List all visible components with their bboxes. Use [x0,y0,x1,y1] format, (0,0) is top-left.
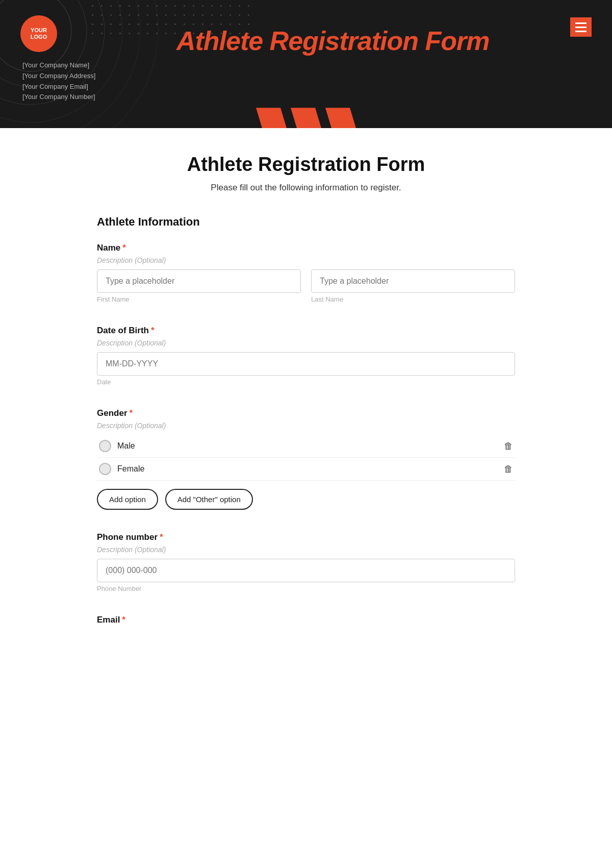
company-email: [Your Company Email] [22,82,95,92]
dob-sublabel: Date [97,378,515,386]
company-number: [Your Company Number] [22,92,95,103]
last-name-input[interactable] [311,269,515,293]
dob-input[interactable] [97,352,515,376]
field-group-email: Email * [97,615,515,625]
chevron-3 [325,108,356,128]
delete-female-icon[interactable]: 🗑 [504,464,513,475]
company-info: [Your Company Name] [Your Company Addres… [22,60,95,103]
required-star-dob: * [151,326,155,336]
section-title: Athlete Information [97,215,515,229]
field-desc-name: Description (Optional) [97,256,515,264]
required-star-phone: * [160,532,163,542]
required-star-name: * [122,243,126,253]
logo-area: YOUR LOGO [Your Company Name] [Your Comp… [20,15,95,103]
first-name-sublabel: First Name [97,295,301,303]
radio-option-male: Male 🗑 [97,435,515,458]
page-header: // Generate dots inline via JS below YOU… [0,0,612,128]
first-name-wrapper: First Name [97,269,301,303]
first-name-input[interactable] [97,269,301,293]
add-other-option-button[interactable]: Add "Other" option [165,489,253,510]
header-bottom-bar [20,103,592,128]
radio-label-female: Female [117,464,144,474]
field-group-phone: Phone number * Description (Optional) Ph… [97,532,515,592]
phone-sublabel: Phone Number [97,585,515,592]
gender-add-buttons-row: Add option Add "Other" option [97,489,515,510]
hamburger-button[interactable] [570,17,592,37]
field-group-name: Name * Description (Optional) First Name… [97,243,515,303]
header-title: Athlete Registration Form [176,26,490,56]
last-name-wrapper: Last Name [311,269,515,303]
form-main-title: Athlete Registration Form [97,154,515,176]
radio-option-female: Female 🗑 [97,458,515,481]
field-label-email: Email * [97,615,515,625]
hamburger-line-2 [575,27,586,28]
hamburger-line-3 [575,31,586,32]
company-address: [Your Company Address] [22,71,95,82]
header-title-area: Athlete Registration Form [95,15,570,56]
last-name-sublabel: Last Name [311,295,515,303]
form-subtitle: Please fill out the following informatio… [97,183,515,193]
chevron-2 [291,108,321,128]
logo-subtext: LOGO [31,34,47,40]
required-star-email: * [122,615,125,625]
field-group-gender: Gender * Description (Optional) Male 🗑 F… [97,408,515,510]
phone-input[interactable] [97,559,515,582]
field-group-dob: Date of Birth * Description (Optional) D… [97,326,515,386]
radio-circle-male[interactable] [99,440,111,452]
logo-circle: YOUR LOGO [20,15,57,52]
company-name: [Your Company Name] [22,60,95,71]
name-input-row: First Name Last Name [97,269,515,303]
chevron-1 [256,108,287,128]
radio-label-male: Male [117,441,135,451]
field-desc-dob: Description (Optional) [97,339,515,347]
add-option-button[interactable]: Add option [97,489,158,510]
main-content: Athlete Registration Form Please fill ou… [76,128,536,678]
field-desc-gender: Description (Optional) [97,421,515,430]
hamburger-line-1 [575,22,586,24]
field-label-gender: Gender * [97,408,515,418]
field-desc-phone: Description (Optional) [97,545,515,554]
field-label-name: Name * [97,243,515,253]
radio-circle-female[interactable] [99,463,111,475]
field-label-phone: Phone number * [97,532,515,542]
delete-male-icon[interactable]: 🗑 [504,441,513,452]
field-label-dob: Date of Birth * [97,326,515,336]
required-star-gender: * [130,408,133,418]
logo-text: YOUR [31,27,47,34]
